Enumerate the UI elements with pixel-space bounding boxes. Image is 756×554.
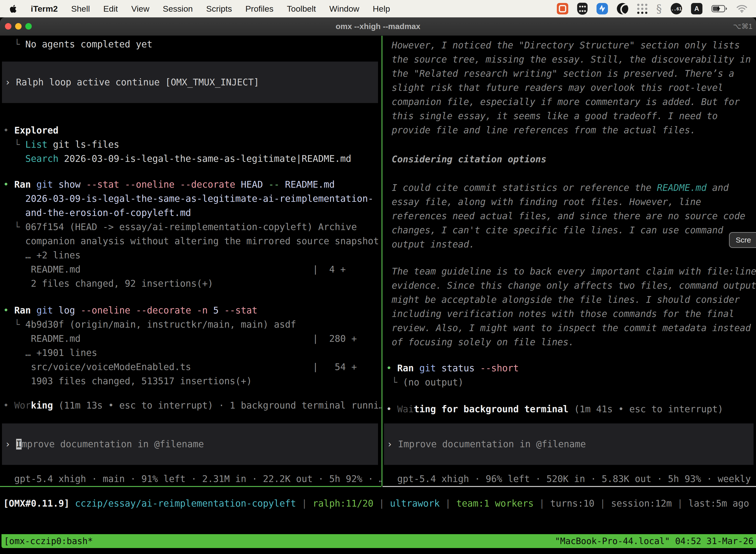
- model-status-line: gpt-5.4 xhigh · main · 91% left · 2.31M …: [3, 472, 381, 486]
- terminal-line: README.md | 280 +: [3, 332, 381, 346]
- terminal-line: the source tree, missing the essay. Stil…: [386, 52, 756, 66]
- menu-item-window[interactable]: Window: [329, 4, 359, 14]
- window-shortcut-badge: ⌥⌘1: [733, 17, 753, 35]
- a-key-icon[interactable]: A: [691, 3, 702, 14]
- pane-divider[interactable]: [381, 36, 382, 486]
- menu-item-iterm2[interactable]: iTerm2: [31, 4, 58, 14]
- right-pane-bottom-border: [382, 486, 756, 487]
- terminal-line: references need actual files, and since …: [386, 209, 756, 223]
- terminal-line: • Ran git status --short: [386, 361, 756, 375]
- close-button[interactable]: [5, 23, 11, 30]
- minimize-button[interactable]: [15, 23, 21, 30]
- terminal-line: └ (no output): [386, 375, 756, 389]
- terminal-line: • Ran git show --stat --oneline --decora…: [3, 177, 381, 191]
- reasoning-paragraph-1: However, I noticed the "Directory Struct…: [386, 38, 756, 137]
- terminal-line: └ 4b9d30f (origin/main, instructkr/main,…: [3, 318, 381, 332]
- waiting-status-line: • Waiting for background terminal (1m 41…: [386, 402, 756, 416]
- terminal-line: › Improve documentation in @filename: [5, 437, 378, 451]
- terminal-line: The team guideline is to back every impo…: [386, 264, 756, 278]
- ralph-loop-box: › Ralph loop active continue [OMX_TMUX_I…: [2, 62, 378, 103]
- terminal-line: might be acceptable alongside the file l…: [386, 293, 756, 307]
- menu-item-view[interactable]: View: [131, 4, 149, 14]
- terminal-line: › Ralph loop active continue [OMX_TMUX_I…: [5, 75, 378, 89]
- terminal-line: companion file, especially if more comme…: [386, 95, 756, 109]
- terminal-line: Search 2026-03-09-is-legal-the-same-as-l…: [3, 152, 381, 166]
- apple-icon[interactable]: [8, 3, 18, 14]
- terminal-line: └ No agents completed yet: [3, 37, 381, 51]
- terminal-line: I could cite commit statistics or refere…: [386, 181, 756, 195]
- explored-block: • Explored └ List git ls-files Search 20…: [3, 123, 381, 166]
- terminal-line: └ 067f154 (HEAD -> essay/ai-reimplementa…: [3, 220, 381, 234]
- terminal-line: gpt-5.4 xhigh · 96% left · 520K in · 5.8…: [386, 472, 756, 486]
- prompt-input-box[interactable]: › Improve documentation in @filename: [384, 424, 754, 465]
- terminal-line: [OMX#0.11.9] cczip/essay/ai-reimplementa…: [3, 496, 749, 510]
- terminal-line: output instead.: [386, 237, 756, 252]
- tmux-host-clock: "MacBook-Pro-44.local" 04:52 31-Mar-26: [555, 536, 754, 546]
- terminal-line: • Ran git log --oneline --decorate -n 5 …: [3, 303, 381, 318]
- prompt-input-box[interactable]: › Improve documentation in @filename: [2, 424, 378, 465]
- terminal-line: 1903 files changed, 513517 insertions(+): [3, 374, 381, 388]
- no-output-line: └ (no output): [386, 375, 756, 389]
- menu-item-session[interactable]: Session: [163, 4, 193, 14]
- menu-bar: iTerm2ShellEditViewSessionScriptsProfile…: [0, 0, 756, 17]
- no-agents-line: └ No agents completed yet: [3, 37, 381, 51]
- terminal-line: However, I noticed the "Directory Struct…: [386, 38, 756, 52]
- contrast-circle-icon[interactable]: [617, 3, 628, 14]
- terminal-line: provide file and line references from th…: [386, 123, 756, 137]
- terminal-line: 2026-03-09-is-legal-the-same-as-legitima…: [3, 191, 381, 206]
- menu-item-edit[interactable]: Edit: [104, 4, 118, 14]
- iterm2-window: omx --xhigh --madmax ⌥⌘1 └ No agents com…: [0, 17, 756, 554]
- left-terminal-pane[interactable]: └ No agents completed yet › Ralph loop a…: [0, 36, 381, 554]
- dots-grid-icon[interactable]: [637, 4, 647, 14]
- reasoning-paragraph-2: I could cite commit statistics or refere…: [386, 181, 756, 252]
- menu-items: iTerm2ShellEditViewSessionScriptsProfile…: [31, 4, 390, 14]
- terminal-line: review. Also, I might want to inspect th…: [386, 321, 756, 335]
- working-status-line: • Working (11m 13s • esc to interrupt) ·…: [3, 398, 381, 412]
- blue-badge-icon[interactable]: [596, 3, 608, 14]
- terminal-line: changes, I can't cite specific file line…: [386, 223, 756, 237]
- badge-61-icon[interactable]: ..61: [671, 3, 682, 14]
- chat-app-icon[interactable]: [557, 3, 568, 14]
- terminal-line: the "Related research writing" section i…: [386, 66, 756, 81]
- terminal-line: slight risk that future readers may over…: [386, 81, 756, 95]
- terminal-line: and-the-erosion-of-copyleft.md: [3, 206, 381, 220]
- reasoning-paragraph-3: The team guideline is to back every impo…: [386, 264, 756, 349]
- terminal-line: 2 files changed, 92 insertions(+): [3, 277, 381, 291]
- terminal-line: • Working (11m 13s • esc to interrupt) ·…: [3, 398, 381, 412]
- terminal-line: › Improve documentation in @filename: [387, 437, 754, 451]
- reasoning-heading: Considering citation options: [386, 152, 756, 166]
- window-titlebar[interactable]: omx --xhigh --madmax ⌥⌘1: [0, 17, 756, 36]
- traffic-lights: [5, 23, 32, 30]
- battery-icon[interactable]: [711, 5, 727, 13]
- menu-item-scripts[interactable]: Scripts: [206, 4, 232, 14]
- terminal-line: • Explored: [3, 123, 381, 137]
- squiggle-icon[interactable]: §: [656, 2, 662, 15]
- terminal-line: essay file, along with finding root file…: [386, 195, 756, 209]
- terminal-line: … +2 lines: [3, 248, 381, 262]
- menu-item-toolbelt[interactable]: Toolbelt: [287, 4, 316, 14]
- terminal-area: └ No agents completed yet › Ralph loop a…: [0, 36, 756, 554]
- terminal-line: including verification notes with those …: [386, 307, 756, 321]
- left-pane-bottom-border: [0, 486, 381, 487]
- window-title: omx --xhigh --madmax: [0, 17, 756, 35]
- menu-item-help[interactable]: Help: [373, 4, 390, 14]
- git-show-block: • Ran git show --stat --oneline --decora…: [3, 177, 381, 291]
- terminal-line: this single essay, it seems like a good …: [386, 109, 756, 123]
- menu-item-profiles[interactable]: Profiles: [245, 4, 273, 14]
- menu-item-shell[interactable]: Shell: [71, 4, 90, 14]
- screen-overlay-button[interactable]: Scre: [729, 232, 756, 248]
- terminal-line: … +1901 lines: [3, 346, 381, 360]
- terminal-line: • Waiting for background terminal (1m 41…: [386, 402, 756, 416]
- git-status-block: • Ran git status --short: [386, 361, 756, 375]
- terminal-line: of focusing solely on file lines.: [386, 335, 756, 349]
- zoom-button[interactable]: [25, 23, 32, 30]
- tmux-status-bar: [omx-cczip0:bash* "MacBook-Pro-44.local"…: [1, 534, 756, 548]
- wifi-icon[interactable]: [736, 4, 748, 13]
- terminal-line: evidence. Since this change only affects…: [386, 278, 756, 293]
- model-status-line: gpt-5.4 xhigh · 96% left · 520K in · 5.8…: [386, 472, 756, 486]
- shield-grid-icon[interactable]: [577, 3, 587, 15]
- tmux-session-label[interactable]: [omx-cczip0:bash*: [4, 536, 93, 546]
- terminal-line: Considering citation options: [386, 152, 756, 166]
- git-log-block: • Ran git log --oneline --decorate -n 5 …: [3, 303, 381, 388]
- right-terminal-pane[interactable]: However, I noticed the "Directory Struct…: [382, 36, 756, 554]
